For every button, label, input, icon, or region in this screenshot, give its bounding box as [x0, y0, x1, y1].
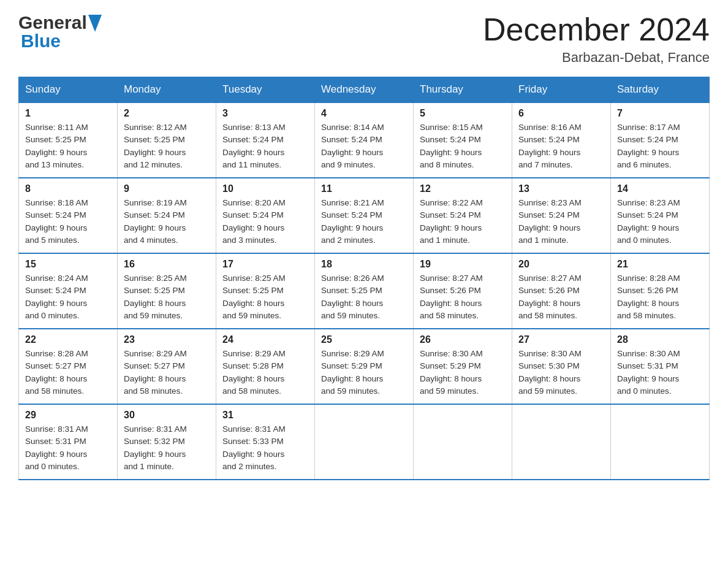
table-row: 8 Sunrise: 8:18 AMSunset: 5:24 PMDayligh… — [19, 178, 118, 253]
day-number: 5 — [420, 108, 506, 119]
page-header: General Blue December 2024 Barbazan-Deba… — [18, 12, 710, 66]
day-info: Sunrise: 8:25 AMSunset: 5:25 PMDaylight:… — [124, 272, 210, 322]
day-info: Sunrise: 8:30 AMSunset: 5:31 PMDaylight:… — [617, 348, 703, 397]
table-row: 14 Sunrise: 8:23 AMSunset: 5:24 PMDaylig… — [611, 178, 710, 253]
day-number: 16 — [124, 259, 210, 270]
table-row: 2 Sunrise: 8:12 AMSunset: 5:25 PMDayligh… — [118, 102, 216, 178]
table-row: 16 Sunrise: 8:25 AMSunset: 5:25 PMDaylig… — [118, 253, 216, 329]
week-row-3: 15 Sunrise: 8:24 AMSunset: 5:24 PMDaylig… — [19, 253, 710, 329]
table-row: 31 Sunrise: 8:31 AMSunset: 5:33 PMDaylig… — [216, 404, 315, 480]
day-number: 7 — [617, 108, 703, 119]
table-row: 9 Sunrise: 8:19 AMSunset: 5:24 PMDayligh… — [118, 178, 216, 253]
week-row-4: 22 Sunrise: 8:28 AMSunset: 5:27 PMDaylig… — [19, 329, 710, 404]
table-row: 6 Sunrise: 8:16 AMSunset: 5:24 PMDayligh… — [512, 102, 611, 178]
calendar-header-row: Sunday Monday Tuesday Wednesday Thursday… — [19, 77, 710, 103]
table-row: 10 Sunrise: 8:20 AMSunset: 5:24 PMDaylig… — [216, 178, 315, 253]
table-row: 20 Sunrise: 8:27 AMSunset: 5:26 PMDaylig… — [512, 253, 611, 329]
table-row — [414, 404, 512, 480]
col-friday: Friday — [512, 77, 611, 103]
day-info: Sunrise: 8:30 AMSunset: 5:29 PMDaylight:… — [420, 348, 506, 397]
day-info: Sunrise: 8:18 AMSunset: 5:24 PMDaylight:… — [25, 197, 111, 247]
day-info: Sunrise: 8:29 AMSunset: 5:28 PMDaylight:… — [222, 348, 308, 397]
day-number: 1 — [25, 108, 111, 119]
day-number: 10 — [222, 183, 308, 194]
table-row: 5 Sunrise: 8:15 AMSunset: 5:24 PMDayligh… — [414, 102, 512, 178]
day-info: Sunrise: 8:11 AMSunset: 5:25 PMDaylight:… — [25, 121, 111, 171]
day-info: Sunrise: 8:30 AMSunset: 5:30 PMDaylight:… — [518, 348, 604, 397]
table-row: 26 Sunrise: 8:30 AMSunset: 5:29 PMDaylig… — [414, 329, 512, 404]
day-info: Sunrise: 8:23 AMSunset: 5:24 PMDaylight:… — [617, 197, 703, 247]
title-section: December 2024 Barbazan-Debat, France — [483, 12, 710, 66]
day-number: 3 — [222, 108, 308, 119]
day-number: 2 — [124, 108, 210, 119]
day-number: 13 — [518, 183, 604, 194]
day-number: 30 — [124, 410, 210, 421]
day-info: Sunrise: 8:14 AMSunset: 5:24 PMDaylight:… — [321, 121, 407, 171]
day-number: 31 — [222, 410, 308, 421]
day-number: 23 — [124, 334, 210, 345]
day-info: Sunrise: 8:28 AMSunset: 5:26 PMDaylight:… — [617, 272, 703, 322]
day-info: Sunrise: 8:29 AMSunset: 5:29 PMDaylight:… — [321, 348, 407, 397]
day-number: 28 — [617, 334, 703, 345]
day-number: 21 — [617, 259, 703, 270]
day-info: Sunrise: 8:13 AMSunset: 5:24 PMDaylight:… — [222, 121, 308, 171]
day-info: Sunrise: 8:12 AMSunset: 5:25 PMDaylight:… — [124, 121, 210, 171]
table-row: 18 Sunrise: 8:26 AMSunset: 5:25 PMDaylig… — [315, 253, 414, 329]
day-number: 20 — [518, 259, 604, 270]
day-number: 24 — [222, 334, 308, 345]
day-info: Sunrise: 8:27 AMSunset: 5:26 PMDaylight:… — [518, 272, 604, 322]
col-sunday: Sunday — [19, 77, 118, 103]
day-number: 8 — [25, 183, 111, 194]
table-row: 27 Sunrise: 8:30 AMSunset: 5:30 PMDaylig… — [512, 329, 611, 404]
col-monday: Monday — [118, 77, 216, 103]
logo: General Blue — [18, 12, 102, 52]
table-row: 22 Sunrise: 8:28 AMSunset: 5:27 PMDaylig… — [19, 329, 118, 404]
table-row: 15 Sunrise: 8:24 AMSunset: 5:24 PMDaylig… — [19, 253, 118, 329]
svg-marker-0 — [88, 15, 102, 32]
day-number: 19 — [420, 259, 506, 270]
table-row: 19 Sunrise: 8:27 AMSunset: 5:26 PMDaylig… — [414, 253, 512, 329]
table-row: 21 Sunrise: 8:28 AMSunset: 5:26 PMDaylig… — [611, 253, 710, 329]
table-row: 28 Sunrise: 8:30 AMSunset: 5:31 PMDaylig… — [611, 329, 710, 404]
col-thursday: Thursday — [414, 77, 512, 103]
day-number: 6 — [518, 108, 604, 119]
location: Barbazan-Debat, France — [483, 50, 710, 66]
day-number: 29 — [25, 410, 111, 421]
day-info: Sunrise: 8:26 AMSunset: 5:25 PMDaylight:… — [321, 272, 407, 322]
day-info: Sunrise: 8:17 AMSunset: 5:24 PMDaylight:… — [617, 121, 703, 171]
day-number: 4 — [321, 108, 407, 119]
table-row: 13 Sunrise: 8:23 AMSunset: 5:24 PMDaylig… — [512, 178, 611, 253]
day-info: Sunrise: 8:23 AMSunset: 5:24 PMDaylight:… — [518, 197, 604, 247]
table-row: 4 Sunrise: 8:14 AMSunset: 5:24 PMDayligh… — [315, 102, 414, 178]
day-number: 15 — [25, 259, 111, 270]
table-row: 3 Sunrise: 8:13 AMSunset: 5:24 PMDayligh… — [216, 102, 315, 178]
day-info: Sunrise: 8:31 AMSunset: 5:31 PMDaylight:… — [25, 423, 111, 473]
day-number: 18 — [321, 259, 407, 270]
day-info: Sunrise: 8:21 AMSunset: 5:24 PMDaylight:… — [321, 197, 407, 247]
day-number: 11 — [321, 183, 407, 194]
day-info: Sunrise: 8:27 AMSunset: 5:26 PMDaylight:… — [420, 272, 506, 322]
day-info: Sunrise: 8:25 AMSunset: 5:25 PMDaylight:… — [222, 272, 308, 322]
day-info: Sunrise: 8:29 AMSunset: 5:27 PMDaylight:… — [124, 348, 210, 397]
table-row: 1 Sunrise: 8:11 AMSunset: 5:25 PMDayligh… — [19, 102, 118, 178]
day-info: Sunrise: 8:24 AMSunset: 5:24 PMDaylight:… — [25, 272, 111, 322]
table-row: 7 Sunrise: 8:17 AMSunset: 5:24 PMDayligh… — [611, 102, 710, 178]
day-info: Sunrise: 8:31 AMSunset: 5:32 PMDaylight:… — [124, 423, 210, 473]
day-info: Sunrise: 8:22 AMSunset: 5:24 PMDaylight:… — [420, 197, 506, 247]
logo-blue: Blue — [21, 31, 61, 52]
col-saturday: Saturday — [611, 77, 710, 103]
col-tuesday: Tuesday — [216, 77, 315, 103]
day-info: Sunrise: 8:31 AMSunset: 5:33 PMDaylight:… — [222, 423, 308, 473]
logo-arrow-icon — [88, 15, 102, 32]
week-row-5: 29 Sunrise: 8:31 AMSunset: 5:31 PMDaylig… — [19, 404, 710, 480]
table-row: 29 Sunrise: 8:31 AMSunset: 5:31 PMDaylig… — [19, 404, 118, 480]
table-row — [611, 404, 710, 480]
table-row: 23 Sunrise: 8:29 AMSunset: 5:27 PMDaylig… — [118, 329, 216, 404]
table-row: 30 Sunrise: 8:31 AMSunset: 5:32 PMDaylig… — [118, 404, 216, 480]
table-row: 25 Sunrise: 8:29 AMSunset: 5:29 PMDaylig… — [315, 329, 414, 404]
logo-general: General — [18, 12, 87, 33]
day-number: 25 — [321, 334, 407, 345]
day-number: 26 — [420, 334, 506, 345]
day-number: 14 — [617, 183, 703, 194]
table-row — [315, 404, 414, 480]
